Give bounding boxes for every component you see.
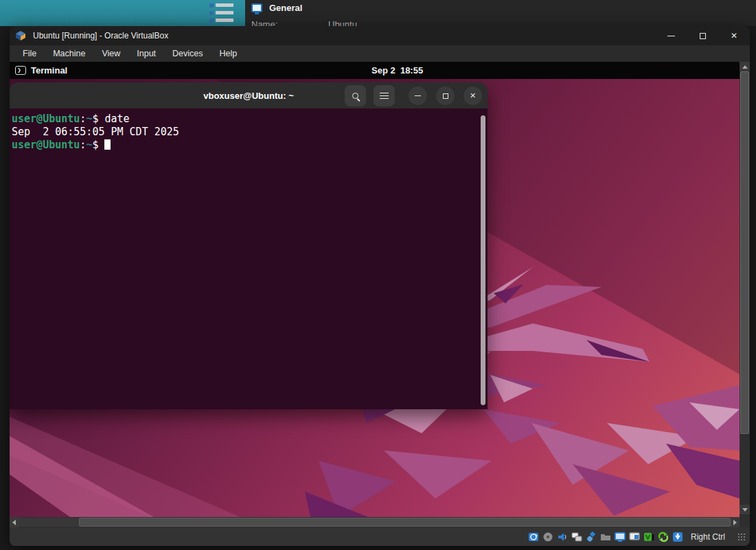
vm-status-bar: Right Ctrl [10,527,750,546]
scroll-up-button[interactable] [740,62,750,71]
terminal-body[interactable]: user@Ubuntu:~$ date Sep 2 06:55:05 PM CD… [10,108,488,409]
terminal-minimize-button[interactable] [409,87,427,105]
scroll-right-button[interactable] [731,517,740,527]
manager-welcome-banner [0,0,245,26]
keyboard-icon[interactable] [672,531,684,542]
horizontal-scrollbar-track[interactable] [19,518,79,527]
menu-help[interactable]: Help [212,47,245,60]
menu-devices[interactable]: Devices [165,47,210,60]
display-icon[interactable] [615,531,626,542]
vm-window: Ubuntu [Running] - Oracle VirtualBox ✕ F… [10,26,750,546]
mouse-integration-icon[interactable] [658,531,669,542]
shared-folders-icon[interactable] [600,531,612,542]
terminal-line-2: Sep 2 06:55:05 PM CDT 2025 [12,126,481,139]
vm-list-icon [209,3,234,25]
active-app-menu[interactable]: Terminal [15,62,67,79]
general-label: General [269,3,302,13]
vertical-scrollbar[interactable] [740,62,750,517]
virtualbox-logo-icon [15,30,26,41]
virtualbox-manager-background: General Name: Ubuntu [0,0,756,26]
arrow-up-icon [742,65,748,69]
arrow-right-icon [733,520,737,525]
terminal-scrollbar[interactable] [481,115,485,405]
terminal-close-button[interactable]: ✕ [463,87,482,105]
terminal-app-icon [15,66,26,75]
search-icon [352,93,358,99]
host-key-label: Right Ctrl [691,532,725,542]
features-icon[interactable] [643,531,655,542]
terminal-window: vboxuser@Ubuntu: ~ ✕ user@Ubuntu:~$ date [10,82,488,409]
menu-view[interactable]: View [94,47,128,60]
vm-menubar: File Machine View Input Devices Help [10,45,750,62]
terminal-line-1: user@Ubuntu:~$ date [12,113,481,126]
vertical-scrollbar-thumb[interactable] [740,71,749,434]
minimize-icon [667,36,675,36]
close-icon: ✕ [731,32,737,40]
general-icon [251,3,262,12]
window-title: Ubuntu [Running] - Oracle VirtualBox [33,31,655,41]
horizontal-scrollbar-thumb[interactable] [79,518,731,527]
terminal-search-button[interactable] [345,85,366,106]
close-button[interactable]: ✕ [718,26,750,45]
screen: General Name: Ubuntu Ubuntu [Running] - … [0,0,756,550]
menu-file[interactable]: File [15,47,44,60]
terminal-maximize-button[interactable] [436,87,455,105]
terminal-cursor [104,139,111,150]
usb-icon[interactable] [586,531,597,542]
close-icon: ✕ [470,92,476,100]
terminal-header[interactable]: vboxuser@Ubuntu: ~ ✕ [10,82,488,108]
scroll-down-button[interactable] [740,505,750,514]
maximize-icon [700,33,706,39]
maximize-icon [443,93,448,99]
audio-icon[interactable] [557,531,569,542]
gnome-top-bar: Terminal Sep 2 18:55 [10,62,740,79]
menu-machine[interactable]: Machine [45,47,93,60]
active-app-label: Terminal [31,65,67,76]
general-section-header: General [251,3,302,13]
minimize-icon [415,95,421,96]
maximize-button[interactable] [687,26,718,45]
guest-screen[interactable]: Terminal Sep 2 18:55 [10,62,740,517]
clock[interactable]: Sep 2 18:55 [371,62,423,79]
minimize-button[interactable] [655,26,687,45]
horizontal-scrollbar[interactable] [10,517,750,527]
vm-name-value: Ubuntu [328,19,357,26]
recording-icon[interactable] [629,531,641,542]
terminal-title: vboxuser@Ubuntu: ~ [203,91,294,101]
vm-titlebar[interactable]: Ubuntu [Running] - Oracle VirtualBox ✕ [10,26,750,45]
hamburger-menu-icon [380,93,389,99]
hard-disks-icon[interactable] [528,531,540,542]
arrow-down-icon [742,508,748,512]
terminal-line-3: user@Ubuntu:~$ [12,139,481,152]
vm-name-label: Name: [251,19,277,26]
scroll-left-button[interactable] [10,517,19,527]
arrow-left-icon [12,520,16,525]
optical-drives-icon[interactable] [542,531,554,542]
network-icon[interactable] [571,531,583,542]
resize-grip[interactable] [737,533,746,541]
terminal-menu-button[interactable] [374,85,395,106]
menu-input[interactable]: Input [129,47,163,60]
